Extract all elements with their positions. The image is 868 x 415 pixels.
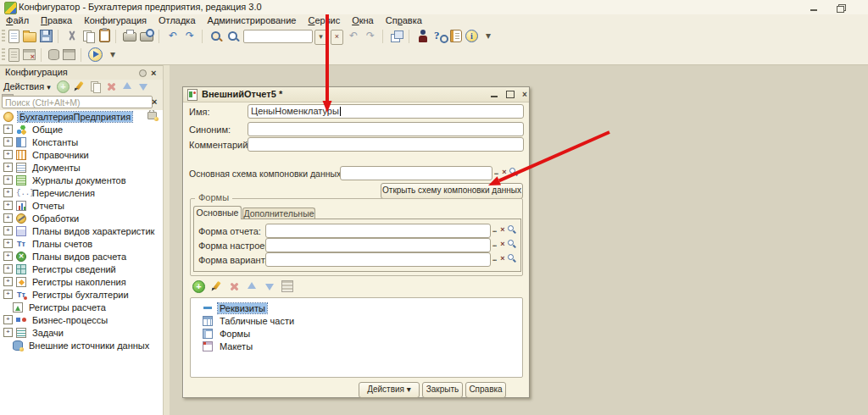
tree-item-enumerations[interactable]: +{..}Перечисления xyxy=(0,186,163,199)
dialog-maximize-button[interactable] xyxy=(504,89,516,100)
clear-button[interactable]: × xyxy=(498,238,507,251)
help-button[interactable]: Справка xyxy=(465,382,506,398)
menu-item-administration[interactable]: Администрирование xyxy=(202,14,303,26)
tree-item-charts-of-characteristic-types[interactable]: +Планы видов характеристик xyxy=(0,224,163,237)
move-up-icon[interactable] xyxy=(121,80,134,93)
menu-item-edit[interactable]: Правка xyxy=(35,14,78,26)
expand-icon[interactable]: + xyxy=(3,150,13,159)
list-item-tabular-sections[interactable]: Табличные части xyxy=(191,314,522,327)
database-configuration-icon[interactable] xyxy=(48,49,59,60)
open-value-icon[interactable] xyxy=(507,252,516,265)
minimize-button[interactable] xyxy=(807,3,821,13)
list-item-attributes[interactable]: Реквизиты xyxy=(191,302,522,314)
move-up-icon[interactable] xyxy=(246,280,259,293)
print-preview-icon[interactable] xyxy=(140,32,153,42)
move-down-icon[interactable] xyxy=(137,80,150,93)
expand-icon[interactable]: + xyxy=(3,201,13,210)
new-document-icon[interactable] xyxy=(8,30,19,43)
delete-icon[interactable] xyxy=(105,80,118,93)
expand-icon[interactable]: + xyxy=(3,277,13,286)
tree-item-documents[interactable]: +Документы xyxy=(0,161,163,174)
tree-item-business-processes[interactable]: +Бизнес-процессы xyxy=(0,313,163,326)
search-clear-icon[interactable]: × xyxy=(152,96,157,108)
edit-icon[interactable] xyxy=(73,80,86,93)
undo-icon[interactable]: ↶ xyxy=(166,30,180,43)
start-debugging-icon[interactable] xyxy=(88,47,103,62)
tree-item-data-processors[interactable]: +Обработки xyxy=(0,212,163,224)
search-dropdown-icon[interactable]: ▾ xyxy=(314,30,327,45)
menu-item-help[interactable]: Справка xyxy=(380,14,428,26)
tree-item-catalogs[interactable]: +Справочники xyxy=(0,148,163,161)
expand-icon[interactable]: + xyxy=(3,290,13,299)
search-clear-icon[interactable]: × xyxy=(331,30,343,45)
about-icon[interactable] xyxy=(465,30,478,42)
tree-item-calculation-registers[interactable]: Регистры расчета xyxy=(0,301,163,313)
panel-close-icon[interactable]: × xyxy=(151,66,156,80)
choose-button[interactable]: ... xyxy=(490,238,498,251)
clear-button[interactable]: × xyxy=(498,224,507,236)
paste-icon[interactable] xyxy=(99,29,110,42)
menu-item-file[interactable]: Файл xyxy=(0,14,35,26)
tree-item-external-data-sources[interactable]: Внешние источники данных xyxy=(0,339,163,351)
list-item-forms[interactable]: Формы xyxy=(191,327,522,340)
settings-form-field[interactable] xyxy=(265,238,491,252)
help-search-icon[interactable] xyxy=(433,30,447,43)
tree-item-common[interactable]: +Общие xyxy=(0,123,163,136)
redo-icon[interactable]: ↷ xyxy=(183,30,197,43)
expand-icon[interactable]: + xyxy=(3,328,13,337)
tab-additional-forms[interactable]: Дополнительные xyxy=(242,208,315,219)
report-form-field[interactable] xyxy=(265,224,491,238)
actions-menu-button[interactable]: Действия ▾ xyxy=(3,81,51,91)
pin-icon[interactable] xyxy=(139,69,147,77)
expand-icon[interactable]: + xyxy=(3,213,13,223)
expand-icon[interactable]: + xyxy=(3,264,13,274)
compare-configurations-icon[interactable] xyxy=(63,49,75,60)
open-configuration-icon[interactable] xyxy=(8,48,19,62)
open-value-icon[interactable] xyxy=(507,238,516,251)
menu-item-debug[interactable]: Отладка xyxy=(153,14,201,26)
edit-icon[interactable] xyxy=(210,280,223,293)
quick-search-input[interactable] xyxy=(247,35,309,45)
open-windows-icon[interactable] xyxy=(390,30,403,43)
comment-field[interactable] xyxy=(248,137,524,152)
expand-icon[interactable]: + xyxy=(3,137,13,147)
navigate-forward-icon[interactable]: ↷ xyxy=(364,30,377,43)
help-contents-icon[interactable] xyxy=(450,30,462,42)
expand-icon[interactable]: + xyxy=(3,163,13,172)
expand-icon[interactable]: + xyxy=(3,125,13,134)
find-icon[interactable] xyxy=(209,30,223,43)
tree-item-charts-of-accounts[interactable]: +ТтПланы счетов xyxy=(0,237,163,250)
expand-icon[interactable]: + xyxy=(3,175,13,185)
tree-item-reports[interactable]: +Отчеты xyxy=(0,199,163,212)
syntax-check-icon[interactable] xyxy=(416,30,430,43)
choose-button[interactable]: ... xyxy=(490,224,498,236)
name-field[interactable]: ЦеныНоменклатуры xyxy=(248,104,524,119)
search-input[interactable] xyxy=(2,96,153,108)
tab-main-forms[interactable]: Основные xyxy=(193,206,242,219)
choose-button[interactable]: ... xyxy=(492,166,500,179)
dcs-field[interactable] xyxy=(340,166,492,180)
open-value-icon[interactable] xyxy=(507,224,516,236)
navigate-back-icon[interactable]: ↶ xyxy=(347,30,360,43)
add-icon[interactable] xyxy=(57,80,70,93)
dialog-close-button[interactable]: × xyxy=(519,89,531,100)
dialog-titlebar[interactable]: ВнешнийОтчет5 * × xyxy=(183,87,529,102)
dialog-minimize-button[interactable] xyxy=(488,89,500,100)
tree-item-document-journals[interactable]: +Журналы документов xyxy=(0,174,163,186)
open-value-icon[interactable] xyxy=(509,166,518,179)
save-icon[interactable] xyxy=(40,30,53,42)
tree-item-information-registers[interactable]: +Регистры сведений xyxy=(0,263,163,275)
delete-icon[interactable] xyxy=(228,280,241,293)
toolbar-options-icon[interactable]: ▾ xyxy=(481,30,495,43)
open-dcs-button[interactable]: Открыть схему компоновки данных xyxy=(381,183,523,199)
tree-item-charts-of-calculation-types[interactable]: +✕Планы видов расчета xyxy=(0,250,163,263)
tree-item-configuration-root[interactable]: БухгалтерияПредприятия xyxy=(0,110,163,123)
variant-form-field[interactable] xyxy=(265,252,491,267)
debugging-options-icon[interactable]: ▾ xyxy=(106,48,120,62)
open-file-icon[interactable] xyxy=(23,32,36,42)
add-icon[interactable] xyxy=(192,280,205,293)
duplicate-icon[interactable] xyxy=(89,80,102,93)
tree-item-accounting-registers[interactable]: +ТтРегистры бухгалтерии xyxy=(0,288,163,301)
close-configuration-icon[interactable] xyxy=(23,49,36,60)
global-search-icon[interactable] xyxy=(226,30,240,43)
